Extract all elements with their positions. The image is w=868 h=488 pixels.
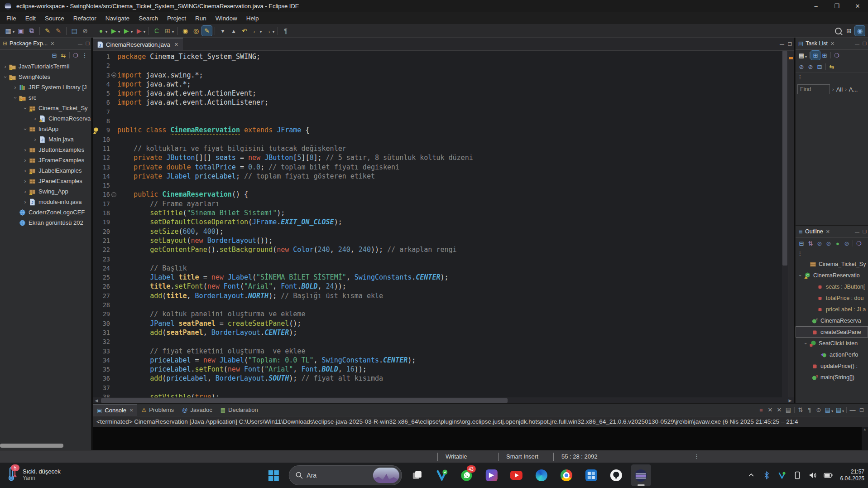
tree-chevron-icon[interactable]: › [22, 157, 29, 164]
phone-link-icon[interactable] [792, 470, 802, 480]
code-line[interactable]: 2 [93, 61, 782, 70]
minimize-view-icon[interactable]: — [78, 41, 82, 46]
link-with-editor-icon[interactable]: ⇆ [59, 51, 68, 60]
new-package-icon[interactable]: ⊞ [163, 26, 173, 36]
console-output[interactable]: ▲ [93, 427, 868, 450]
start-button[interactable] [264, 464, 283, 486]
chrome-button[interactable] [556, 464, 576, 486]
console-tab-declaration[interactable]: ▤Declaration [216, 404, 262, 416]
editor-vscrollbar[interactable] [782, 51, 788, 397]
back-icon[interactable]: ← [250, 26, 260, 36]
code-line[interactable]: 22 getContentPane().setBackground(new Co… [93, 245, 782, 254]
battery-icon[interactable] [823, 470, 833, 480]
open-type-icon[interactable]: ◉ [180, 26, 190, 36]
security-shield-icon[interactable] [777, 470, 787, 480]
code-line[interactable]: 30 JPanel seatPanel = createSeatPanel(); [93, 319, 782, 328]
new-package-icon-caret[interactable]: ▾ [172, 30, 174, 34]
java-perspective-icon[interactable]: ◉ [855, 26, 865, 36]
code-line[interactable]: 35 priceLabel.setFont(new Font("Arial", … [93, 365, 782, 374]
search-flashlight-icon[interactable]: ◎ [191, 26, 201, 36]
code-line[interactable]: 20 setSize(600, 400); [93, 227, 782, 236]
debug-icon-caret[interactable]: ▾ [106, 30, 107, 34]
last-edit-icon[interactable]: ↶ [240, 26, 249, 36]
collapse-outline-icon[interactable]: ⊟ [797, 239, 806, 248]
code-line[interactable]: 28 [93, 300, 782, 309]
tree-item-jre-system-library-j[interactable]: ›JRE System Library [J [0, 82, 91, 92]
focus-outline-icon[interactable]: ❍ [854, 239, 863, 248]
console-scrollbar[interactable]: ▲ [862, 427, 868, 450]
taskbar-search-box[interactable]: Ara [288, 465, 402, 485]
task-list-close-icon[interactable]: ✕ [830, 41, 834, 47]
prev-annotation-icon[interactable]: ▴ [229, 26, 239, 36]
outline-item-actionperfo[interactable]: actionPerfo [796, 349, 868, 360]
tree-item-main-java[interactable]: ›JMain.java [0, 134, 91, 145]
tab-cinemareservation[interactable]: J CinemaReservation.java ✕ [93, 38, 183, 50]
mark-occurrences-icon[interactable]: ✎ [202, 26, 212, 36]
focus-tasks-icon[interactable]: ❍ [832, 51, 841, 60]
code-line[interactable]: 5import java.awt.event.ActionEvent; [93, 89, 782, 98]
tree-chevron-icon[interactable]: › [12, 94, 19, 101]
tree-item-swing-app[interactable]: ›!Swing_App [0, 186, 91, 197]
office-app-button[interactable] [581, 464, 601, 486]
tree-item-jlabelexamples[interactable]: ›!JLabelExamples [0, 165, 91, 176]
fold-collapse-icon[interactable]: − [110, 190, 117, 199]
task-view-button[interactable] [407, 464, 427, 486]
clear-console-icon[interactable]: ▤ [784, 406, 793, 415]
outline-item-updateprice-[interactable]: updatePrice() : [796, 360, 868, 372]
tree-chevron-icon[interactable]: › [22, 126, 29, 132]
tree-chevron-icon[interactable]: › [2, 73, 9, 80]
scroll-left-icon[interactable]: ◀ [93, 398, 100, 403]
next-annotation-icon[interactable]: ▾ [218, 26, 228, 36]
menu-window[interactable]: Window [211, 12, 242, 24]
outline-item-main-string-[interactable]: Smain(String[]) [796, 372, 868, 383]
hide-local-icon[interactable]: ⊘ [842, 239, 851, 248]
tree-item-ekran-g-r-nt-s-202[interactable]: Ekran görüntüsü 202 [0, 217, 91, 228]
clock-widget[interactable]: 21:57 6.04.2025 [840, 469, 864, 482]
display-console-icon[interactable]: ▤ [823, 406, 832, 415]
code-line[interactable]: 16− public CinemaReservation() { [93, 190, 782, 199]
menu-edit[interactable]: Edit [21, 12, 40, 24]
debug-icon[interactable]: ● [96, 26, 106, 36]
menu-file[interactable]: File [2, 12, 21, 24]
open-console-icon-caret[interactable]: ▾ [842, 409, 844, 413]
categorized-icon[interactable]: ⊞ [811, 51, 820, 60]
media-app-button[interactable] [481, 464, 501, 486]
maximize-editor-icon[interactable]: ❒ [788, 42, 792, 47]
console-tab-console[interactable]: ▣Console✕ [93, 404, 137, 416]
overview-ruler[interactable] [788, 51, 794, 397]
pin-console-icon[interactable]: ⊙ [814, 406, 823, 415]
new-task-icon-caret[interactable]: ▾ [805, 55, 807, 59]
remove-launch-icon[interactable]: ✕ [766, 406, 775, 415]
code-line[interactable]: 6import java.awt.event.ActionListener; [93, 98, 782, 107]
code-line[interactable]: 34 priceLabel = new JLabel("Toplam: 0.0 … [93, 356, 782, 365]
tree-item-module-info-java[interactable]: ›Jmodule-info.java [0, 197, 91, 207]
outline-item-cinemareserva[interactable]: cCinemaReserva [796, 315, 868, 326]
hscroll-thumb[interactable] [101, 398, 508, 403]
tree-item-firstapp[interactable]: ›firstApp [0, 124, 91, 134]
filter-person-icon[interactable]: ⊘ [806, 62, 815, 71]
new-task-icon[interactable]: ▤ [797, 51, 806, 60]
console-view-icon[interactable]: ▤ [69, 26, 79, 36]
maximize-outline-icon[interactable]: ❒ [863, 229, 867, 234]
tree-item-jpanelexamples[interactable]: ›JPanelExamples [0, 176, 91, 186]
code-line[interactable]: 8 [93, 116, 782, 126]
remove-all-icon[interactable]: ✕ [775, 406, 784, 415]
github-button[interactable] [606, 464, 626, 486]
collapse-tasks-icon[interactable]: ⊟ [815, 62, 824, 71]
tree-chevron-icon[interactable]: › [22, 168, 29, 174]
code-line[interactable]: 9public class CinemaReservation extends … [93, 126, 782, 135]
task-filter-a[interactable]: A... [849, 86, 858, 93]
code-line[interactable]: 31 add(seatPanel, BorderLayout.CENTER); [93, 328, 782, 337]
code-line[interactable]: 4import java.awt.*; [93, 80, 782, 89]
package-explorer-hscrollbar[interactable] [0, 444, 63, 448]
minimize-tasklist-icon[interactable]: — [855, 41, 859, 46]
menu-refactor[interactable]: Refactor [69, 12, 101, 24]
display-console-icon-caret[interactable]: ▾ [831, 409, 833, 413]
code-line[interactable]: 15 [93, 181, 782, 190]
tree-item-src[interactable]: ›!src [0, 92, 91, 103]
code-line[interactable]: 13 private double totalPrice = 0.0; // t… [93, 163, 782, 172]
tree-chevron-icon[interactable]: › [798, 272, 803, 279]
search-icon[interactable] [833, 26, 843, 36]
code-line[interactable]: 23 [93, 255, 782, 264]
open-console-icon[interactable]: ▤ [834, 406, 843, 415]
